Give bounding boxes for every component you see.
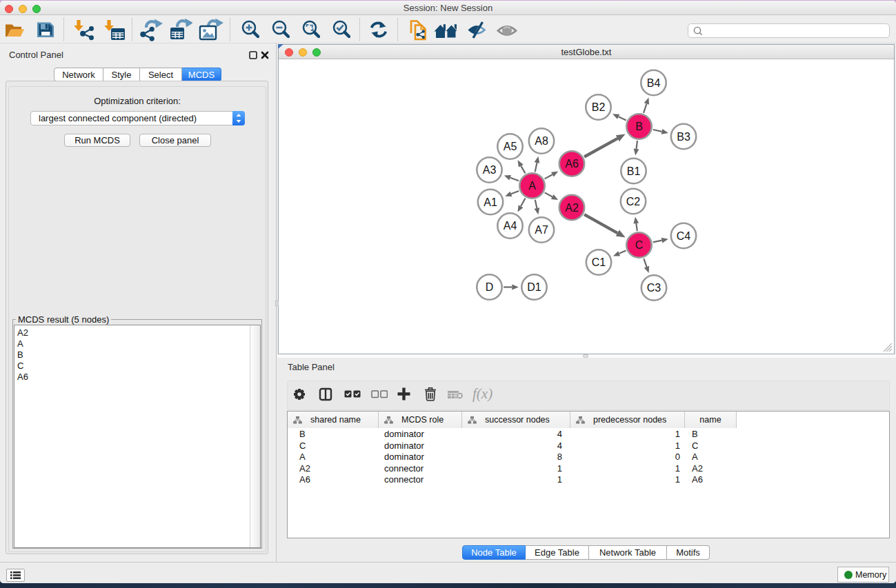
svg-text:D: D (486, 281, 494, 293)
svg-text:C4: C4 (677, 230, 691, 242)
svg-text:B4: B4 (647, 77, 661, 89)
svg-text:A4: A4 (504, 220, 517, 232)
svg-text:B2: B2 (592, 101, 606, 113)
svg-text:A8: A8 (535, 135, 548, 147)
svg-text:A5: A5 (504, 141, 517, 152)
svg-text:A7: A7 (535, 224, 548, 236)
svg-text:C2: C2 (626, 196, 641, 207)
svg-text:B1: B1 (627, 165, 641, 177)
svg-text:A6: A6 (565, 158, 579, 170)
svg-text:D1: D1 (527, 281, 541, 293)
svg-text:B: B (635, 121, 643, 132)
svg-text:A3: A3 (483, 164, 497, 176)
svg-text:A2: A2 (565, 202, 579, 214)
svg-text:A: A (528, 180, 536, 192)
svg-text:C1: C1 (592, 256, 606, 268)
svg-text:A1: A1 (484, 196, 497, 208)
svg-text:C3: C3 (647, 282, 661, 294)
svg-text:B3: B3 (677, 131, 690, 143)
svg-text:C: C (635, 239, 644, 251)
